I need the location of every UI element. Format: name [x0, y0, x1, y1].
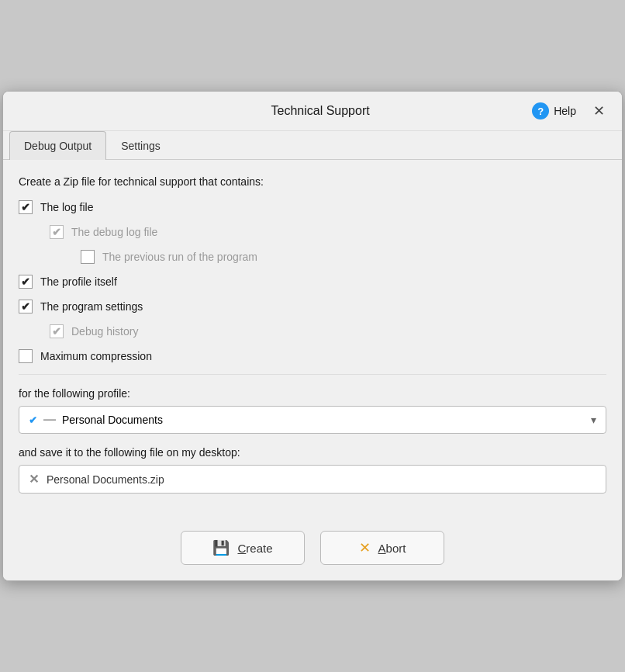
checkbox-max-compression[interactable]	[19, 349, 33, 363]
checkbox-row-debug-log: ✔ The debug log file	[19, 225, 606, 239]
file-x-icon: ✕	[29, 472, 39, 487]
window-title: Technical Support	[271, 104, 370, 118]
checkbox-row-debug-history: ✔ Debug history	[19, 324, 606, 338]
file-label: and save it to the following file on my …	[19, 446, 606, 459]
dropdown-dash-icon: —	[43, 413, 56, 427]
create-label: Create	[237, 542, 272, 555]
help-button[interactable]: ? Help	[532, 102, 576, 120]
bottom-buttons: 💾 Create ✕ Abort	[3, 521, 622, 580]
checkbox-row-profile-itself: ✔ The profile itself	[19, 275, 606, 289]
help-icon: ?	[532, 102, 549, 120]
checkbox-previous-run[interactable]	[81, 250, 95, 264]
checkbox-label-debug-history: Debug history	[71, 325, 138, 338]
divider	[19, 374, 606, 375]
file-input-row[interactable]: ✕ Personal Documents.zip	[19, 465, 606, 494]
checkbox-row-program-settings: ✔ The program settings	[19, 300, 606, 313]
checkbox-row-previous-run: The previous run of the program	[19, 250, 606, 264]
file-input-value: Personal Documents.zip	[47, 473, 164, 486]
checkbox-label-program-settings: The program settings	[40, 300, 143, 313]
abort-label: Abort	[378, 542, 406, 555]
dropdown-left: ✔ — Personal Documents	[29, 413, 163, 427]
dropdown-arrow-icon: ▾	[591, 414, 596, 426]
tab-debug-output[interactable]: Debug Output	[9, 131, 106, 160]
help-label: Help	[554, 105, 576, 117]
profile-dropdown[interactable]: ✔ — Personal Documents ▾	[19, 406, 606, 434]
dropdown-check-icon: ✔	[29, 414, 37, 426]
title-bar-actions: ? Help ✕	[532, 101, 609, 121]
section-title: Create a Zip file for technical support …	[19, 175, 606, 188]
profile-label: for the following profile:	[19, 387, 606, 400]
checkbox-row-log-file: ✔ The log file	[19, 200, 606, 214]
title-bar: Technical Support ? Help ✕	[3, 92, 622, 131]
create-icon: 💾	[212, 539, 230, 556]
checkbox-label-max-compression: Maximum compression	[40, 350, 152, 362]
tab-bar: Debug Output Settings	[3, 131, 622, 160]
checkbox-label-debug-log: The debug log file	[71, 226, 157, 238]
close-button[interactable]: ✕	[589, 101, 609, 121]
technical-support-window: Technical Support ? Help ✕ Debug Output …	[2, 91, 623, 581]
checkbox-label-profile-itself: The profile itself	[40, 275, 117, 288]
create-button[interactable]: 💾 Create	[181, 531, 305, 565]
checkbox-row-max-compression: Maximum compression	[19, 349, 606, 363]
tab-settings[interactable]: Settings	[106, 131, 175, 160]
checkbox-profile-itself[interactable]: ✔	[19, 275, 33, 289]
checkbox-log-file[interactable]: ✔	[19, 200, 33, 214]
checkbox-debug-history[interactable]: ✔	[50, 324, 64, 338]
checkbox-label-previous-run: The previous run of the program	[102, 251, 257, 263]
checkbox-program-settings[interactable]: ✔	[19, 300, 33, 313]
checkbox-debug-log[interactable]: ✔	[50, 225, 64, 239]
profile-value: Personal Documents	[62, 414, 163, 426]
checkbox-label-log-file: The log file	[40, 201, 93, 213]
main-content: Create a Zip file for technical support …	[3, 160, 622, 521]
abort-button[interactable]: ✕ Abort	[320, 531, 444, 565]
abort-icon: ✕	[359, 539, 371, 556]
